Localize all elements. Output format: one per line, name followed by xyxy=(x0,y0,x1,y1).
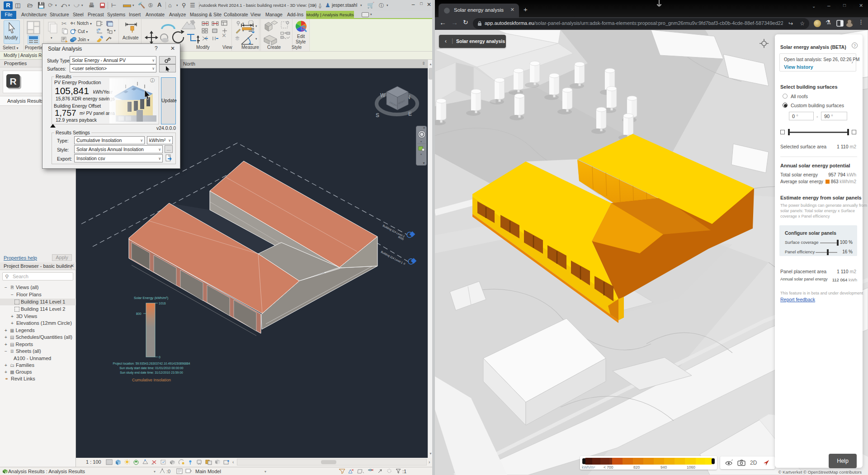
svg-text:Sun study start date time: 01/: Sun study start date time: 01/01/2010 00… xyxy=(119,366,184,370)
svg-text:Building 114 Level 1: Building 114 Level 1 xyxy=(381,251,404,265)
svg-text:W: W xyxy=(380,92,386,99)
svg-text:Solar Energy (kWh/m²): Solar Energy (kWh/m²) xyxy=(134,296,169,300)
svg-text:R: R xyxy=(9,76,16,86)
svg-text:Cumulative Insolation: Cumulative Insolation xyxy=(132,378,171,382)
svg-text:Sun study end date time: 31/12: Sun study end date time: 31/12/2010 23:5… xyxy=(120,371,183,375)
svg-text:Project location: 59.93543.263: Project location: 59.93543.26303742.10.4… xyxy=(113,362,190,366)
svg-text:1016: 1016 xyxy=(159,302,166,305)
svg-text:Building 114 Level 2: Building 114 Level 2 xyxy=(382,224,406,238)
svg-text:800: 800 xyxy=(136,312,142,315)
svg-text:S: S xyxy=(376,112,379,119)
svg-text:E: E xyxy=(408,111,412,117)
svg-text:0: 0 xyxy=(159,356,160,359)
svg-text:0: 0 xyxy=(403,262,406,266)
